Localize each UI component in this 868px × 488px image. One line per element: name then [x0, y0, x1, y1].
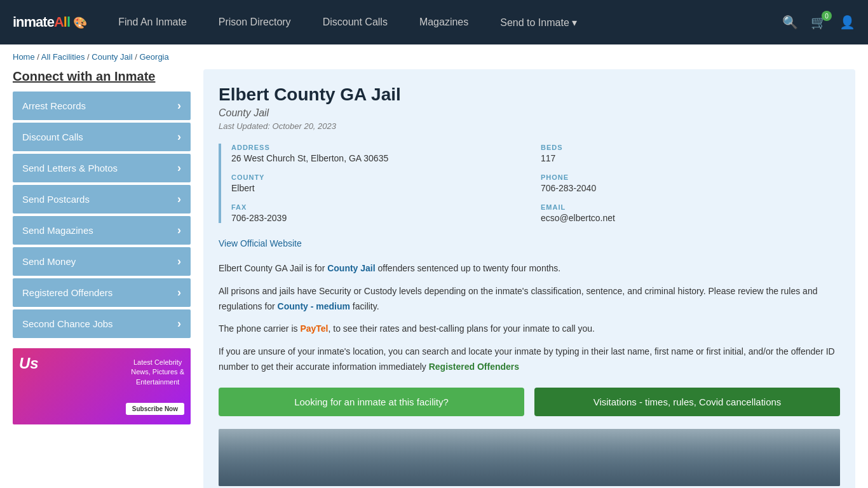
sidebar-item-label: Registered Offenders: [22, 287, 112, 298]
sidebar-item-send-magazines[interactable]: Send Magazines ›: [13, 216, 191, 245]
visitations-button[interactable]: Visitations - times, rules, Covid cancel…: [534, 388, 840, 416]
info-fax: FAX 706-283-2039: [231, 203, 531, 223]
breadcrumb-home[interactable]: Home: [13, 52, 35, 62]
info-county: COUNTY Elbert: [231, 173, 531, 193]
logo-text: inmateAll 🎨: [13, 14, 86, 30]
main-nav: Find An Inmate Prison Directory Discount…: [118, 17, 763, 29]
logo[interactable]: inmateAll 🎨: [13, 14, 86, 30]
ad-text: Latest Celebrity News, Pictures & Entert…: [131, 358, 184, 387]
sidebar-item-discount-calls[interactable]: Discount Calls ›: [13, 123, 191, 151]
breadcrumb-county-jail[interactable]: County Jail: [92, 52, 132, 62]
sidebar-item-second-chance-jobs[interactable]: Second Chance Jobs ›: [13, 309, 191, 338]
address-label: ADDRESS: [231, 144, 531, 151]
fax-label: FAX: [231, 203, 531, 211]
registered-offenders-link[interactable]: Registered Offenders: [429, 362, 519, 372]
email-value: ecso@elbertco.net: [541, 213, 840, 223]
sidebar-item-send-postcards[interactable]: Send Postcards ›: [13, 185, 191, 214]
facility-title: Elbert County GA Jail: [219, 85, 840, 105]
main-content: Elbert County GA Jail County Jail Last U…: [203, 69, 855, 488]
desc-text-3-end: , to see their rates and best-calling pl…: [329, 323, 595, 334]
description-paragraph-2: All prisons and jails have Security or C…: [219, 284, 840, 315]
nav-prison-directory[interactable]: Prison Directory: [219, 17, 291, 28]
sidebar: Connect with an Inmate Arrest Records › …: [13, 69, 191, 488]
header: inmateAll 🎨 Find An Inmate Prison Direct…: [0, 0, 868, 44]
facility-image: [219, 429, 840, 486]
sidebar-item-send-letters[interactable]: Send Letters & Photos ›: [13, 154, 191, 182]
sidebar-item-arrest-records[interactable]: Arrest Records ›: [13, 92, 191, 120]
breadcrumb: Home / All Facilities / County Jail / Ge…: [0, 44, 868, 69]
ad-subscribe-button[interactable]: Subscribe Now: [126, 403, 184, 415]
info-beds: BEDS 117: [541, 144, 840, 163]
desc-text-4: If you are unsure of your inmate's locat…: [219, 346, 835, 372]
sidebar-menu: Arrest Records › Discount Calls › Send L…: [13, 92, 191, 338]
fax-value: 706-283-2039: [231, 213, 531, 223]
beds-value: 117: [541, 153, 840, 163]
find-inmate-button[interactable]: Looking for an inmate at this facility?: [219, 388, 524, 416]
sidebar-item-send-money[interactable]: Send Money ›: [13, 247, 191, 276]
chevron-right-icon: ›: [177, 317, 181, 330]
facility-last-updated: Last Updated: October 20, 2023: [219, 121, 840, 131]
ad-logo: Us: [19, 355, 39, 372]
cta-buttons: Looking for an inmate at this facility? …: [219, 388, 840, 416]
sidebar-item-registered-offenders[interactable]: Registered Offenders ›: [13, 278, 191, 307]
paytel-link[interactable]: PayTel: [300, 323, 328, 334]
desc-text-1-end: offenders sentenced up to twenty four mo…: [376, 263, 561, 273]
county-label: COUNTY: [231, 173, 531, 181]
cart-icon[interactable]: 🛒 0: [811, 15, 827, 30]
main-container: Connect with an Inmate Arrest Records › …: [0, 69, 868, 488]
nav-send-to-inmate[interactable]: Send to Inmate ▾: [500, 17, 577, 29]
sidebar-item-label: Discount Calls: [22, 132, 83, 142]
facility-info-grid: ADDRESS 26 West Church St, Elberton, GA …: [219, 144, 840, 223]
description-paragraph-4: If you are unsure of your inmate's locat…: [219, 344, 840, 375]
sidebar-item-label: Arrest Records: [22, 100, 86, 111]
desc-text-3: The phone carrier is: [219, 323, 300, 334]
phone-value: 706-283-2040: [541, 183, 840, 193]
official-website-link[interactable]: View Official Website: [219, 238, 840, 248]
sidebar-item-label: Send Letters & Photos: [22, 163, 118, 173]
nav-magazines[interactable]: Magazines: [419, 17, 468, 28]
beds-label: BEDS: [541, 144, 840, 151]
user-icon[interactable]: 👤: [839, 15, 855, 30]
description-paragraph-1: Elbert County GA Jail is for County Jail…: [219, 261, 840, 276]
sidebar-item-label: Send Postcards: [22, 194, 90, 205]
cart-badge: 0: [822, 11, 832, 21]
desc-text-2-end: facility.: [350, 301, 379, 311]
county-medium-link[interactable]: County - medium: [278, 301, 350, 311]
address-value: 26 West Church St, Elberton, GA 30635: [231, 153, 531, 163]
county-jail-link[interactable]: County Jail: [327, 263, 375, 273]
header-icons: 🔍 🛒 0 👤: [782, 15, 855, 30]
search-icon[interactable]: 🔍: [782, 15, 798, 30]
facility-type: County Jail: [219, 107, 840, 119]
chevron-right-icon: ›: [177, 99, 181, 112]
facility-description: Elbert County GA Jail is for County Jail…: [219, 261, 840, 375]
nav-discount-calls[interactable]: Discount Calls: [323, 17, 388, 28]
sidebar-ad[interactable]: Us Latest Celebrity News, Pictures & Ent…: [13, 348, 191, 424]
email-label: EMAIL: [541, 203, 840, 211]
chevron-right-icon: ›: [177, 224, 181, 237]
info-phone: PHONE 706-283-2040: [541, 173, 840, 193]
image-overlay: [219, 429, 840, 486]
chevron-right-icon: ›: [177, 130, 181, 144]
info-address: ADDRESS 26 West Church St, Elberton, GA …: [231, 144, 531, 163]
chevron-right-icon: ›: [177, 286, 181, 299]
chevron-right-icon: ›: [177, 161, 181, 175]
description-paragraph-3: The phone carrier is PayTel, to see thei…: [219, 322, 840, 337]
sidebar-item-label: Send Magazines: [22, 225, 93, 236]
county-value: Elbert: [231, 183, 531, 193]
info-email: EMAIL ecso@elbertco.net: [541, 203, 840, 223]
chevron-right-icon: ›: [177, 255, 181, 268]
chevron-right-icon: ›: [177, 193, 181, 206]
breadcrumb-state[interactable]: Georgia: [139, 52, 168, 62]
breadcrumb-all-facilities[interactable]: All Facilities: [41, 52, 85, 62]
sidebar-title: Connect with an Inmate: [13, 69, 191, 84]
nav-find-inmate[interactable]: Find An Inmate: [118, 17, 187, 28]
desc-text-1: Elbert County GA Jail is for: [219, 263, 327, 273]
sidebar-item-label: Second Chance Jobs: [22, 318, 113, 329]
sidebar-item-label: Send Money: [22, 256, 76, 267]
phone-label: PHONE: [541, 173, 840, 181]
